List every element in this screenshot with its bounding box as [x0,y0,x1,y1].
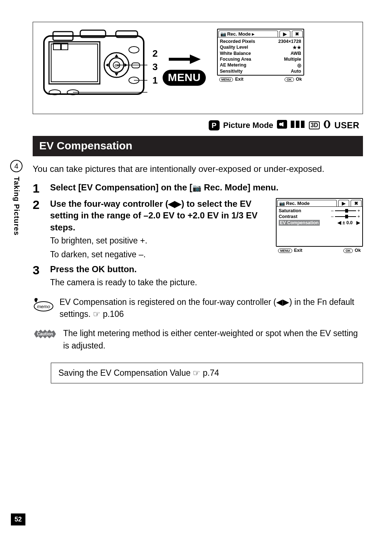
setup-tools-icon: ✖ [354,201,358,206]
step-3-number: 3 [33,263,44,277]
step-2-sub2: To darken, set negative –. [50,249,269,261]
playback-icon: ▶ [342,201,346,206]
lcd-tab-playback: ▶ [279,31,290,37]
caution-icon: Caution [33,327,57,340]
step-1-number: 1 [33,182,44,195]
movie-frames-icon [291,120,305,131]
ok-oval-icon: OK [285,77,294,82]
svg-rect-25 [291,121,294,128]
night-portrait-icon [277,120,287,131]
setup-tools-icon: ✖ [295,31,299,37]
step-2: 2 Use the four-way controller (◀▶) to se… [33,198,363,261]
lcd-tab-rec-mode: 📷 Rec. Mode ▶ [219,31,278,37]
svg-point-13 [129,47,139,53]
lcd-tab-label: Rec. Mode [227,31,251,37]
svg-marker-22 [190,55,201,64]
ev-comp-highlighted: EV Compensation [279,220,320,226]
svg-rect-5 [49,42,100,84]
lcd-tab-setup: ✖ [292,31,303,37]
svg-point-29 [326,121,328,128]
svg-rect-15 [132,63,140,68]
step-3-title: Press the OK button. [50,263,363,275]
memo-icon: memo [33,296,54,312]
p-mode-icon: P [209,120,220,130]
lcd-exit: MENU Exit [278,248,302,253]
lcd-row-contrast: Contrast –+ [279,214,360,219]
step-3: 3 Press the OK button. The camera is rea… [33,263,363,289]
diagram-step-labels: 2 3 1 [152,29,158,105]
lcd-row-ae-metering: AE Metering ◎ [220,62,301,68]
svg-text:Caution: Caution [37,331,53,337]
diagram-panel: OK [33,22,363,114]
lcd-row-quality-level: Quality Level ★★ [220,44,301,51]
step-1: 1 Select [EV Compensation] on the [📷 Rec… [33,182,363,195]
menu-oval-icon: MENU [278,249,292,253]
camera-icon: 📷 [220,31,226,37]
chapter-number: 4 [10,160,23,172]
chapter-side-tab: 4 Taking Pictures [10,160,23,235]
lcd-tab-label: Rec. Mode [286,201,310,206]
intro-paragraph: You can take pictures that are intention… [33,163,363,175]
caution-text: The light metering method is either cent… [63,327,363,352]
page-number: 52 [11,513,25,525]
filter-icon [323,120,331,131]
step-1-title: Select [EV Compensation] on the [📷 Rec. … [50,182,363,193]
diagram-step-1: 1 [152,75,158,86]
lcd-tab-setup: ✖ [351,200,362,206]
step-3-sub: The camera is ready to take the picture. [50,277,363,289]
lcd-row-focusing-area: Focusing Area Multiple [220,56,301,62]
menu-button-label: MENU [168,71,200,83]
reference-box: Saving the EV Compensation Value ☞ p.74 [51,363,363,383]
ok-oval-icon: OK [343,249,353,253]
step-2-sub1: To brighten, set positive +. [50,235,269,247]
ev-comp-value: ◀ ± 0.0 ▶ [338,220,360,226]
svg-rect-27 [301,121,305,128]
lcd-row-ev-compensation: EV Compensation ◀ ± 0.0 ▶ [279,219,360,226]
camera-illustration: OK [40,29,147,105]
user-mode-label: USER [334,120,359,130]
mode-strip: P Picture Mode 3D USER [33,120,359,131]
lcd-row-sensitivity: Sensitivity Auto [220,68,301,74]
contrast-slider: –+ [331,214,360,219]
camera-icon: 📷 [279,201,285,206]
memo-text: EV Compensation is registered on the fou… [60,296,363,321]
lcd-tab-playback: ▶ [338,200,349,206]
section-title: EV Compensation [33,136,363,156]
lcd-rec-mode-menu: 📷 Rec. Mode ▶ ▶ ✖ Recorded Pixels 2304×1… [217,29,304,76]
lcd-ok: OK Ok [343,248,361,253]
memo-note: memo EV Compensation is registered on th… [33,296,363,321]
lcd-row-saturation: Saturation –+ [279,208,360,214]
three-d-icon: 3D [309,121,320,129]
lcd-row-recorded-pixels: Recorded Pixels 2304×1728 [220,39,301,44]
diagram-step-2: 2 [152,48,158,59]
step-2-number: 2 [33,198,44,211]
arrow-right-icon [168,54,201,65]
camera-icon: 📷 [192,183,201,193]
chapter-label: Taking Pictures [12,177,21,235]
svg-text:memo: memo [37,304,50,309]
lcd-row-white-balance: White Balance AWB [220,51,301,56]
triangle-right-icon: ▶ [252,32,254,36]
lcd-exit: MENU Exit [219,77,244,82]
svg-text:OK: OK [115,64,120,67]
lcd-ev-comp-menu: 📷 Rec. Mode ▶ ✖ Saturation –+ [276,198,363,247]
svg-rect-26 [296,121,299,128]
menu-oval-icon: MENU [219,77,233,82]
mode-strip-label: Picture Mode [223,121,273,130]
playback-icon: ▶ [283,31,287,37]
diagram-step-3: 3 [152,61,158,73]
lcd-tab-rec-mode: 📷 Rec. Mode [277,200,337,206]
lcd-ok: OK Ok [285,77,302,82]
caution-note: Caution The light metering method is eit… [33,327,363,352]
step-2-title: Use the four-way controller (◀▶) to sele… [50,198,269,233]
menu-button-illustration: MENU [163,70,205,86]
saturation-slider: –+ [331,208,360,213]
